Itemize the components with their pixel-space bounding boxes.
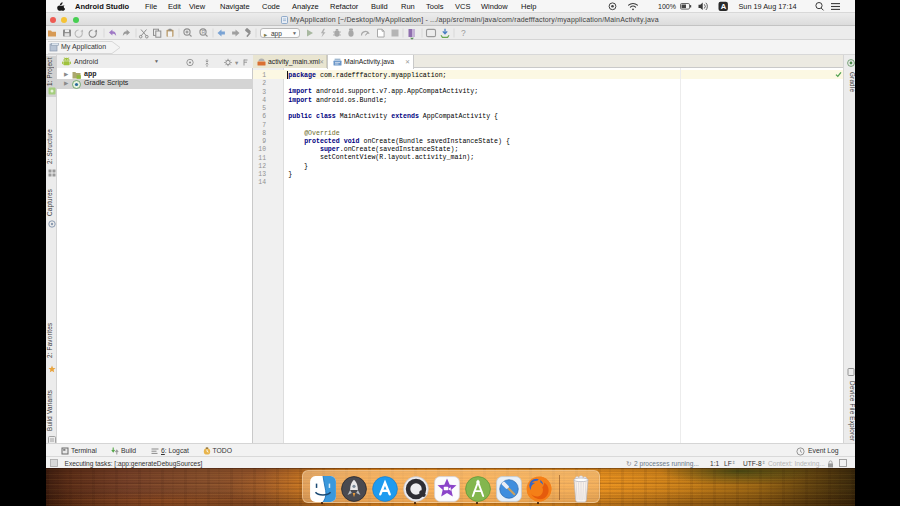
svg-text:R: R (202, 29, 206, 35)
svg-text:Sun 19 Aug 17:14: Sun 19 Aug 17:14 (739, 2, 797, 11)
svg-text:▾: ▾ (235, 59, 239, 66)
svg-text:A: A (721, 2, 727, 11)
svg-text:?: ? (461, 28, 466, 38)
svg-text:100%: 100% (658, 3, 676, 10)
